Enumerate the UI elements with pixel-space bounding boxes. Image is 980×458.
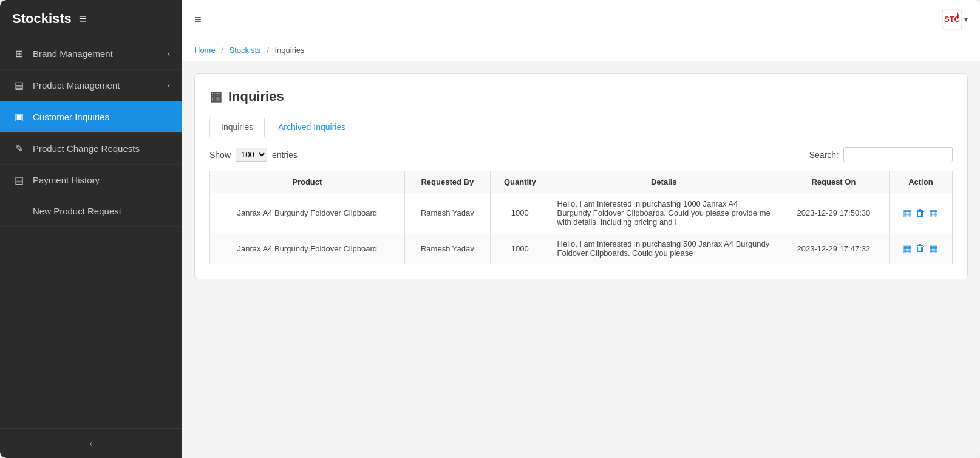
sidebar-collapse-button[interactable]: ‹ (0, 428, 182, 458)
table-controls: Show 100 10 25 50 entries Search: (209, 147, 953, 162)
page-title: Inquiries (228, 89, 284, 104)
archive-icon[interactable]: ▦ (929, 207, 938, 219)
sidebar-item-product-management[interactable]: ▤ Product Management ‹ (0, 70, 182, 101)
page-title-icon: ▦ (209, 89, 222, 104)
cell-product: Janrax A4 Burgundy Foldover Clipboard (210, 193, 405, 233)
table-row: Janrax A4 Burgundy Foldover Clipboard Ra… (210, 233, 953, 264)
col-quantity: Quantity (491, 171, 550, 193)
breadcrumb-sep2: / (267, 46, 269, 55)
cell-quantity: 1000 (491, 233, 550, 264)
table-body: Janrax A4 Burgundy Foldover Clipboard Ra… (210, 193, 953, 264)
view-icon[interactable]: ▦ (903, 207, 912, 219)
col-action: Action (889, 171, 952, 193)
customer-inquiries-icon: ▣ (12, 111, 26, 123)
sidebar-item-brand-management[interactable]: ⊞ Brand Management ‹ (0, 38, 182, 70)
cell-requested-by: Ramesh Yadav (404, 233, 490, 264)
show-label: Show (209, 150, 231, 160)
entries-label: entries (272, 150, 298, 160)
sidebar-item-label: Product Change Requests (33, 143, 140, 154)
sidebar: Stockists ≡ ⊞ Brand Management ‹ ▤ Produ… (0, 0, 182, 458)
payment-history-icon: ▤ (12, 174, 26, 186)
cell-action: ▦ 🗑 ▦ (889, 233, 952, 264)
col-requested-by: Requested By (404, 171, 490, 193)
search-box: Search: (809, 147, 953, 162)
table-header-row: Product Requested By Quantity Details Re… (210, 171, 953, 193)
hamburger-icon[interactable]: ≡ (79, 11, 87, 27)
sidebar-item-label: Product Management (33, 80, 120, 91)
cell-request-on: 2023-12-29 17:47:32 (778, 233, 889, 264)
stc-logo-svg: STC (941, 9, 963, 30)
show-entries: Show 100 10 25 50 entries (209, 148, 298, 162)
col-request-on: Request On (778, 171, 889, 193)
collapse-icon: ‹ (90, 439, 93, 448)
sidebar-item-label: Customer Inquiries (33, 112, 109, 122)
logo-text: Stockists (12, 11, 72, 27)
archive-icon[interactable]: ▦ (929, 243, 938, 255)
inquiries-table: Product Requested By Quantity Details Re… (209, 171, 953, 264)
tab-archived-inquiries[interactable]: Archived Inquiries (267, 117, 356, 137)
topbar-menu-button[interactable]: ≡ (194, 13, 202, 27)
search-label: Search: (809, 150, 839, 160)
cell-details: Hello, I am interested in purchasing 100… (550, 193, 778, 233)
delete-icon[interactable]: 🗑 (916, 243, 925, 254)
cell-action: ▦ 🗑 ▦ (889, 193, 952, 233)
content-area: ▦ Inquiries Inquiries Archived Inquiries… (182, 61, 980, 458)
menu-icon: ≡ (194, 13, 202, 26)
cell-product: Janrax A4 Burgundy Foldover Clipboard (210, 233, 405, 264)
page-card: ▦ Inquiries Inquiries Archived Inquiries… (194, 73, 968, 279)
product-management-icon: ▤ (12, 80, 26, 91)
stc-logo: STC ▾ (941, 9, 968, 30)
sidebar-item-customer-inquiries[interactable]: ▣ Customer Inquiries (0, 101, 182, 133)
chevron-icon: ‹ (168, 50, 170, 58)
cell-requested-by: Ramesh Yadav (404, 193, 490, 233)
col-details: Details (550, 171, 778, 193)
search-input[interactable] (843, 147, 953, 162)
table-row: Janrax A4 Burgundy Foldover Clipboard Ra… (210, 193, 953, 233)
sidebar-logo: Stockists ≡ (0, 0, 182, 38)
topbar: ≡ STC ▾ (182, 0, 980, 39)
breadcrumb-home[interactable]: Home (194, 46, 216, 55)
sidebar-item-new-product-request[interactable]: New Product Request (0, 196, 182, 227)
brand-management-icon: ⊞ (12, 48, 26, 60)
tab-inquiries[interactable]: Inquiries (209, 117, 265, 137)
topbar-right: STC ▾ (941, 9, 968, 30)
delete-icon[interactable]: 🗑 (916, 208, 925, 219)
sidebar-item-payment-history[interactable]: ▤ Payment History (0, 165, 182, 196)
chevron-icon: ‹ (168, 81, 170, 90)
breadcrumb-stockists[interactable]: Stockists (230, 46, 261, 55)
sidebar-item-label: Payment History (33, 175, 100, 185)
breadcrumb-sep1: / (221, 46, 223, 55)
breadcrumb: Home / Stockists / Inquiries (182, 39, 980, 61)
cell-details: Hello, I am interested in purchasing 500… (550, 233, 778, 264)
entries-select[interactable]: 100 10 25 50 (236, 148, 267, 162)
view-icon[interactable]: ▦ (903, 243, 912, 255)
col-product: Product (210, 171, 405, 193)
main-content: ≡ STC ▾ Home / Stockists / Inquiries ▦ (182, 0, 980, 458)
sidebar-item-label: Brand Management (33, 49, 113, 59)
product-change-requests-icon: ✎ (12, 143, 26, 154)
cell-quantity: 1000 (491, 193, 550, 233)
topbar-dropdown-arrow[interactable]: ▾ (964, 15, 968, 24)
tabs-container: Inquiries Archived Inquiries (209, 117, 953, 137)
page-title-row: ▦ Inquiries (209, 89, 953, 104)
cell-request-on: 2023-12-29 17:50:30 (778, 193, 889, 233)
breadcrumb-current: Inquiries (274, 46, 304, 55)
sidebar-item-product-change-requests[interactable]: ✎ Product Change Requests (0, 133, 182, 165)
sidebar-item-label: New Product Request (33, 206, 121, 216)
